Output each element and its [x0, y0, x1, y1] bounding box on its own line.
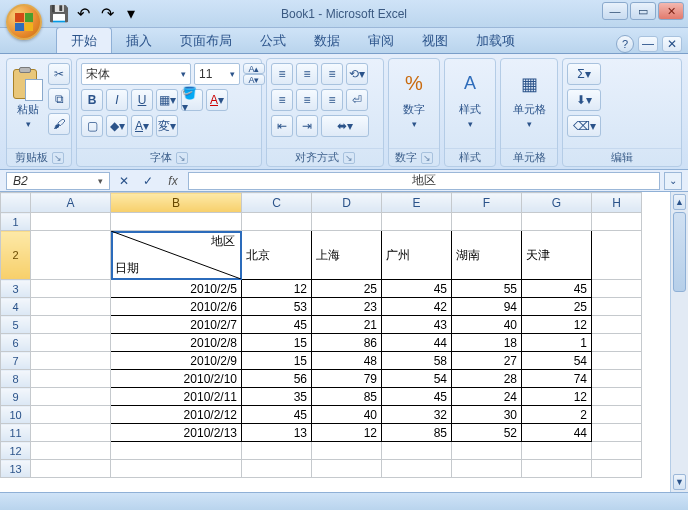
- cell-E8[interactable]: 54: [382, 370, 452, 388]
- increase-indent-button[interactable]: ⇥: [296, 115, 318, 137]
- number-format-button[interactable]: % 数字 ▾: [393, 63, 435, 133]
- decrease-font-button[interactable]: A▾: [243, 74, 265, 85]
- help-button[interactable]: ?: [616, 35, 634, 53]
- cell-A7[interactable]: [31, 352, 111, 370]
- cell-C7[interactable]: 15: [242, 352, 312, 370]
- cell-D10[interactable]: 40: [312, 406, 382, 424]
- cell-H1[interactable]: [592, 213, 642, 231]
- tab-formulas[interactable]: 公式: [246, 28, 300, 53]
- cell-F4[interactable]: 94: [452, 298, 522, 316]
- cell-H2[interactable]: [592, 231, 642, 280]
- align-center-button[interactable]: ≡: [296, 89, 318, 111]
- cell-H7[interactable]: [592, 352, 642, 370]
- row-header-5[interactable]: 5: [1, 316, 31, 334]
- cell-F2[interactable]: 湖南: [452, 231, 522, 280]
- fx-icon[interactable]: fx: [162, 174, 184, 188]
- row-header-3[interactable]: 3: [1, 280, 31, 298]
- cell-E13[interactable]: [382, 460, 452, 478]
- cut-button[interactable]: ✂: [48, 63, 70, 85]
- tab-view[interactable]: 视图: [408, 28, 462, 53]
- expand-formula-bar[interactable]: ⌄: [664, 172, 682, 190]
- tab-data[interactable]: 数据: [300, 28, 354, 53]
- cell-H9[interactable]: [592, 388, 642, 406]
- formula-input[interactable]: 地区: [188, 172, 660, 190]
- cell-H3[interactable]: [592, 280, 642, 298]
- cell-E12[interactable]: [382, 442, 452, 460]
- cell-E6[interactable]: 44: [382, 334, 452, 352]
- cell-B6[interactable]: 2010/2/8: [111, 334, 242, 352]
- cell-C1[interactable]: [242, 213, 312, 231]
- font-color-2-button[interactable]: A▾: [131, 115, 153, 137]
- redo-button[interactable]: ↷: [96, 3, 118, 25]
- cell-F13[interactable]: [452, 460, 522, 478]
- cell-G9[interactable]: 12: [522, 388, 592, 406]
- cell-G7[interactable]: 54: [522, 352, 592, 370]
- scroll-up-icon[interactable]: ▲: [673, 194, 686, 210]
- tab-insert[interactable]: 插入: [112, 28, 166, 53]
- undo-button[interactable]: ↶: [72, 3, 94, 25]
- cell-G3[interactable]: 45: [522, 280, 592, 298]
- align-left-button[interactable]: ≡: [271, 89, 293, 111]
- font-size-combo[interactable]: 11▾: [194, 63, 240, 85]
- cell-C10[interactable]: 45: [242, 406, 312, 424]
- cell-D12[interactable]: [312, 442, 382, 460]
- cell-G13[interactable]: [522, 460, 592, 478]
- row-header-1[interactable]: 1: [1, 213, 31, 231]
- cell-F11[interactable]: 52: [452, 424, 522, 442]
- cell-A9[interactable]: [31, 388, 111, 406]
- col-header-A[interactable]: A: [31, 193, 111, 213]
- cell-G11[interactable]: 44: [522, 424, 592, 442]
- cell-F12[interactable]: [452, 442, 522, 460]
- scroll-down-icon[interactable]: ▼: [673, 474, 686, 490]
- col-header-F[interactable]: F: [452, 193, 522, 213]
- border-outside-button[interactable]: ▢: [81, 115, 103, 137]
- vertical-scrollbar[interactable]: ▲ ▼: [670, 192, 688, 492]
- name-box[interactable]: B2▾: [6, 172, 110, 190]
- cell-G1[interactable]: [522, 213, 592, 231]
- font-launcher[interactable]: ↘: [176, 152, 188, 164]
- align-launcher[interactable]: ↘: [343, 152, 355, 164]
- cell-C2[interactable]: 北京: [242, 231, 312, 280]
- cell-F8[interactable]: 28: [452, 370, 522, 388]
- close-button[interactable]: ✕: [658, 2, 684, 20]
- font-color-button[interactable]: A▾: [206, 89, 228, 111]
- save-button[interactable]: 💾: [48, 3, 70, 25]
- cell-E9[interactable]: 45: [382, 388, 452, 406]
- cell-H8[interactable]: [592, 370, 642, 388]
- cell-H5[interactable]: [592, 316, 642, 334]
- tab-review[interactable]: 审阅: [354, 28, 408, 53]
- cell-B4[interactable]: 2010/2/6: [111, 298, 242, 316]
- phonetic-button[interactable]: 変▾: [156, 115, 178, 137]
- cell-D4[interactable]: 23: [312, 298, 382, 316]
- cell-F3[interactable]: 55: [452, 280, 522, 298]
- cell-C3[interactable]: 12: [242, 280, 312, 298]
- cell-A13[interactable]: [31, 460, 111, 478]
- cell-G10[interactable]: 2: [522, 406, 592, 424]
- cell-E10[interactable]: 32: [382, 406, 452, 424]
- format-painter-button[interactable]: 🖌: [48, 113, 70, 135]
- copy-button[interactable]: ⧉: [48, 88, 70, 110]
- fill-color-2-button[interactable]: ◆▾: [106, 115, 128, 137]
- cell-F6[interactable]: 18: [452, 334, 522, 352]
- border-button[interactable]: ▦▾: [156, 89, 178, 111]
- scroll-thumb[interactable]: [673, 212, 686, 292]
- cell-E7[interactable]: 58: [382, 352, 452, 370]
- merge-center-button[interactable]: ⬌▾: [321, 115, 369, 137]
- row-header-4[interactable]: 4: [1, 298, 31, 316]
- cell-F7[interactable]: 27: [452, 352, 522, 370]
- cell-B1[interactable]: [111, 213, 242, 231]
- cell-D6[interactable]: 86: [312, 334, 382, 352]
- align-bottom-button[interactable]: ≡: [321, 63, 343, 85]
- cell-H13[interactable]: [592, 460, 642, 478]
- italic-button[interactable]: I: [106, 89, 128, 111]
- cell-D11[interactable]: 12: [312, 424, 382, 442]
- cell-E4[interactable]: 42: [382, 298, 452, 316]
- cell-D9[interactable]: 85: [312, 388, 382, 406]
- fill-color-button[interactable]: 🪣▾: [181, 89, 203, 111]
- decrease-indent-button[interactable]: ⇤: [271, 115, 293, 137]
- row-header-6[interactable]: 6: [1, 334, 31, 352]
- cell-D1[interactable]: [312, 213, 382, 231]
- cell-F5[interactable]: 40: [452, 316, 522, 334]
- col-header-B[interactable]: B: [111, 193, 242, 213]
- cell-A2[interactable]: [31, 231, 111, 280]
